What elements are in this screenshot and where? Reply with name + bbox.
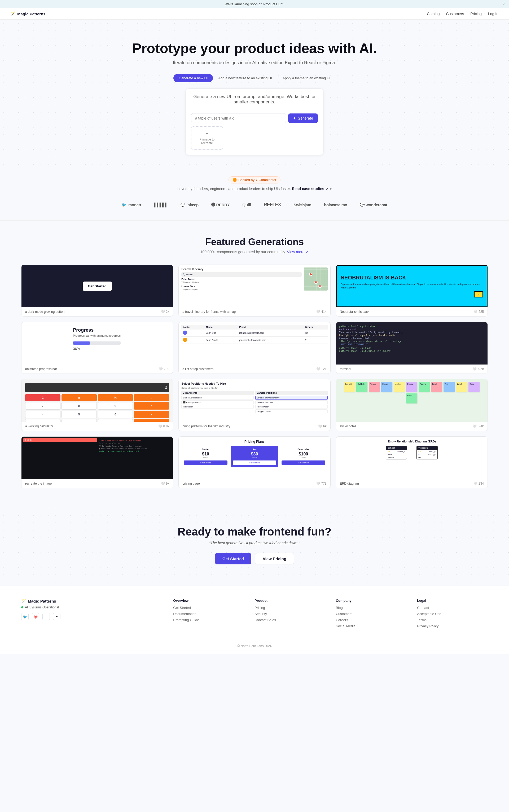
gen-likes: 🤍 789	[159, 367, 169, 371]
preview-table: Avatar Name Email Orders John Doe johndo…	[179, 322, 330, 365]
generation-card-9: Buy milk Call Bob Fix bug Design Meeting…	[336, 379, 488, 431]
generation-card-6: patterns (main) > git status On branch m…	[336, 322, 488, 374]
gen-likes: 🤍 121	[316, 367, 327, 371]
yc-badge-text: Backed by Y Combinator	[238, 178, 276, 182]
gen-footer: a list of top customers 🤍 121	[179, 365, 330, 374]
nav-catalog-link[interactable]: Catalog	[427, 12, 440, 16]
featured-section: Featured Generations 100,000+ components…	[0, 221, 509, 504]
view-more-link[interactable]: View more ↗	[287, 250, 309, 254]
yc-description: Loved by founders, engineers, and produc…	[5, 187, 504, 191]
generation-card-3: NEOBRUTALISM IS BACK Experience the raw …	[336, 265, 488, 316]
cta-buttons: Get Started View Pricing	[11, 553, 498, 565]
gen-title: a list of top customers	[182, 367, 213, 371]
footer-link-contact[interactable]: Contact	[417, 606, 488, 610]
preview-screen-recreation: ▶ The Space Guest Monitor Club Monitor […	[22, 437, 173, 479]
footer-col-heading: Legal	[417, 599, 488, 603]
image-upload-area[interactable]: + + image to recreate	[191, 127, 223, 149]
cta-section: Ready to make frontend fun? "The best ge…	[0, 504, 509, 586]
footer-col-company: Company Blog Customers Careers Social Me…	[336, 599, 407, 630]
tab-add-feature[interactable]: Add a new feature to an existing UI	[213, 74, 277, 82]
footer-link-privacy[interactable]: Privacy Policy	[417, 624, 488, 628]
preview-hiring: Select Positions Needed To Hire Select a…	[179, 379, 330, 422]
generations-grid: Get Started a dark-mode glowing button 🤍…	[21, 265, 488, 488]
footer-link-acceptable-use[interactable]: Acceptable Use	[417, 612, 488, 616]
status-text: All Systems Operational	[25, 606, 59, 609]
tab-apply-theme[interactable]: Apply a theme to an existing UI	[277, 74, 336, 82]
footer-link-documentation[interactable]: Documentation	[173, 612, 244, 616]
footer-link-prompting-guide[interactable]: Prompting Guide	[173, 618, 244, 622]
image-upload-label: + image to recreate	[197, 138, 217, 145]
footer-col-overview: Overview Get Started Documentation Promp…	[173, 599, 244, 630]
hero-section: Prototype your product ideas with AI. It…	[0, 20, 509, 166]
gen-title: sticky notes	[340, 425, 357, 428]
footer-link-careers[interactable]: Careers	[336, 618, 407, 622]
cta-title: Ready to make frontend fun?	[11, 526, 498, 538]
github-icon[interactable]: 🐙	[32, 613, 39, 620]
cta-quote: "The best generative UI product I've tri…	[11, 541, 498, 545]
nav-customers-link[interactable]: Customers	[446, 12, 464, 16]
generation-card-2: Search Itinerary 🔍 Search Eiffel Tower 7…	[178, 265, 330, 316]
footer-status: All Systems Operational	[21, 606, 163, 609]
gen-title: a dark-mode glowing button	[25, 310, 64, 314]
gen-footer: sticky notes 🤍 5.4k	[336, 422, 487, 431]
twitter-icon[interactable]: 🐦	[21, 613, 29, 620]
logos-strip: 🐦 monetr ▌▌▌▌▌ 💬 inkeep 🅝 REDDY Quill RE…	[0, 194, 509, 221]
logo-item: holacasa.mx	[324, 203, 347, 207]
gen-footer: a working calculator 🤍 8.8k	[22, 422, 173, 431]
prompt-input[interactable]	[191, 113, 286, 123]
footer-brand: 🪄 Magic Patterns All Systems Operational…	[21, 599, 163, 630]
view-pricing-button[interactable]: View Pricing	[255, 553, 294, 565]
footer-link-contact-sales[interactable]: Contact Sales	[254, 618, 325, 622]
footer-link-get-started[interactable]: Get Started	[173, 606, 244, 610]
tab-generate-new[interactable]: Generate a new UI	[173, 74, 213, 82]
generation-card-12: Entity-Relationship Diagram (ERD) School…	[336, 436, 488, 488]
gen-footer: ERD diagram 🤍 234	[336, 479, 487, 488]
banner-close-button[interactable]: ×	[502, 2, 505, 7]
footer-link-terms[interactable]: Terms	[417, 618, 488, 622]
generate-button-label: Generate	[298, 116, 313, 121]
generation-card-7: 0 C ± % ÷ 7 8 9 × 4 5 6 - 1	[21, 379, 173, 431]
footer-link-blog[interactable]: Blog	[336, 606, 407, 610]
footer-link-customers[interactable]: Customers	[336, 612, 407, 616]
nav-pricing-link[interactable]: Pricing	[470, 12, 482, 16]
other-icon[interactable]: ✦	[53, 613, 61, 620]
generation-card-10: ▶ The Space Guest Monitor Club Monitor […	[21, 436, 173, 488]
gen-likes: 🤍 6.5k	[473, 367, 484, 371]
footer: 🪄 Magic Patterns All Systems Operational…	[0, 586, 509, 654]
gen-footer: Neobrutalism is back 🤍 225	[336, 307, 487, 316]
logo-item: 🐦 monetr	[122, 203, 141, 207]
footer-link-pricing[interactable]: Pricing	[254, 606, 325, 610]
footer-link-security[interactable]: Security	[254, 612, 325, 616]
hero-tabs: Generate a new UI Add a new feature to a…	[11, 74, 498, 82]
navbar: 🪄 Magic Patterns Catalog Customers Prici…	[0, 8, 509, 20]
footer-link-social-media[interactable]: Social Media	[336, 624, 407, 628]
generation-card-1: Get Started a dark-mode glowing button 🤍…	[21, 265, 173, 316]
gen-likes: 🤍 6k	[318, 425, 327, 428]
case-studies-link[interactable]: Read case studies ↗	[292, 187, 332, 191]
gen-title: pricing page	[182, 482, 200, 485]
generate-button[interactable]: ✦ Generate	[288, 113, 318, 123]
featured-title: Featured Generations	[21, 236, 488, 247]
gen-footer: hiring platform for the film industry 🤍 …	[179, 422, 330, 431]
generation-card-5: Avatar Name Email Orders John Doe johndo…	[178, 322, 330, 374]
gen-likes: 🤍 9k	[161, 482, 169, 485]
preview-progress: Progress Progress bar with animated prog…	[22, 322, 173, 365]
linkedin-icon[interactable]: in	[42, 613, 50, 620]
footer-bottom: © North Park Labs 2024	[21, 639, 488, 648]
nav-logo[interactable]: 🪄 Magic Patterns	[11, 11, 45, 16]
footer-col-product: Product Pricing Security Contact Sales	[254, 599, 325, 630]
gen-title: animated progress bar	[25, 367, 57, 371]
gen-title: a working calculator	[25, 425, 53, 428]
preview-erd: Entity-Relationship Diagram (ERD) School…	[336, 437, 487, 479]
nav-links: Catalog Customers Pricing Log In	[427, 12, 498, 16]
preview-neo: NEOBRUTALISM IS BACK Experience the raw …	[336, 265, 487, 307]
preview-terminal: patterns (main) > git status On branch m…	[336, 322, 487, 365]
yc-badge: 🟠 Backed by Y Combinator	[229, 176, 280, 183]
get-started-button[interactable]: Get Started	[215, 553, 251, 565]
footer-col-heading: Overview	[173, 599, 244, 603]
generator-box: Generate a new UI from prompt and/or ima…	[185, 89, 324, 155]
logo-item: ▌▌▌▌▌	[154, 203, 168, 207]
gen-likes: 🤍 225	[473, 310, 484, 314]
nav-login-link[interactable]: Log In	[488, 12, 498, 16]
preview-calculator: 0 C ± % ÷ 7 8 9 × 4 5 6 - 1	[22, 379, 173, 422]
